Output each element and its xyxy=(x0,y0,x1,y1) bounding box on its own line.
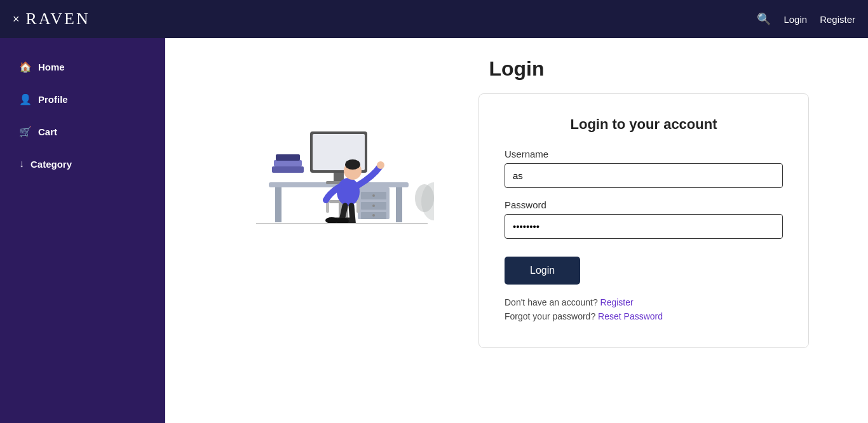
svg-rect-12 xyxy=(276,154,300,161)
layout: 🏠 Home 👤 Profile 🛒 Cart ↓ Category Login xyxy=(0,38,868,423)
header-login-link[interactable]: Login xyxy=(783,14,807,25)
search-icon[interactable]: 🔍 xyxy=(757,12,771,26)
sidebar-item-category[interactable]: ↓ Category xyxy=(0,148,165,180)
header-right: 🔍 Login Register xyxy=(757,12,855,26)
svg-rect-1 xyxy=(275,187,281,222)
login-button[interactable]: Login xyxy=(505,257,580,285)
password-label: Password xyxy=(505,199,783,210)
login-card-title: Login to your account xyxy=(505,116,783,133)
sidebar: 🏠 Home 👤 Profile 🛒 Cart ↓ Category xyxy=(0,38,165,423)
header: × Raven 🔍 Login Register xyxy=(0,0,868,38)
reset-prompt: Forgot your password? Reset Password xyxy=(505,311,783,321)
sidebar-item-home[interactable]: 🏠 Home xyxy=(0,51,165,83)
password-group: Password xyxy=(505,199,783,239)
svg-point-25 xyxy=(325,217,338,224)
illustration-area xyxy=(224,93,440,239)
sidebar-item-category-label: Category xyxy=(31,159,72,170)
username-label: Username xyxy=(505,149,783,159)
page-title: Login xyxy=(489,57,544,81)
svg-point-5 xyxy=(372,194,375,197)
register-prompt: Don't have an account? Register xyxy=(505,297,783,307)
logo: Raven xyxy=(26,10,90,29)
svg-point-28 xyxy=(415,184,434,212)
cart-icon: 🛒 xyxy=(19,126,32,138)
sidebar-item-home-label: Home xyxy=(38,62,65,72)
username-group: Username xyxy=(505,149,783,188)
svg-point-7 xyxy=(372,205,375,207)
close-icon[interactable]: × xyxy=(13,13,20,26)
svg-point-9 xyxy=(372,214,375,217)
main-content: Login xyxy=(165,38,868,423)
username-input[interactable] xyxy=(505,163,783,188)
svg-rect-11 xyxy=(274,160,302,166)
login-card: Login to your account Username Password … xyxy=(478,93,809,348)
header-left: × Raven xyxy=(13,10,90,29)
svg-point-21 xyxy=(337,178,360,206)
profile-icon: 👤 xyxy=(19,93,32,105)
content-row: Login to your account Username Password … xyxy=(178,93,855,348)
register-link[interactable]: Register xyxy=(600,297,634,307)
sidebar-item-profile[interactable]: 👤 Profile xyxy=(0,83,165,116)
reset-password-link[interactable]: Reset Password xyxy=(598,311,663,321)
svg-point-23 xyxy=(345,159,360,170)
sidebar-item-profile-label: Profile xyxy=(38,94,68,105)
sidebar-item-cart-label: Cart xyxy=(38,126,57,137)
forgot-text: Forgot your password? xyxy=(505,311,595,321)
home-icon: 🏠 xyxy=(19,61,32,73)
svg-rect-20 xyxy=(356,200,360,213)
svg-point-24 xyxy=(377,161,384,169)
header-register-link[interactable]: Register xyxy=(820,14,855,25)
password-input[interactable] xyxy=(505,214,783,239)
svg-rect-10 xyxy=(272,166,304,173)
sidebar-item-cart[interactable]: 🛒 Cart xyxy=(0,116,165,148)
no-account-text: Don't have an account? xyxy=(505,297,598,307)
category-arrow-icon: ↓ xyxy=(19,158,24,170)
svg-rect-2 xyxy=(396,187,402,222)
